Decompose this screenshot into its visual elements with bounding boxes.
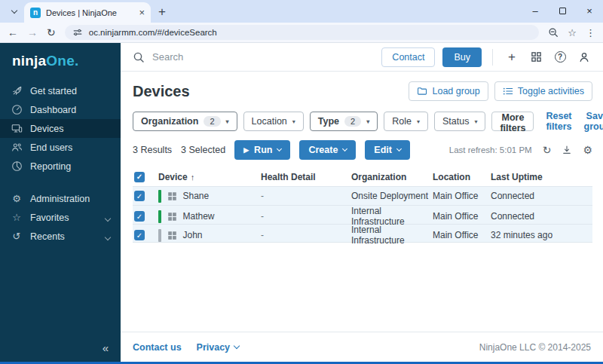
row-checkbox[interactable]: ✓ — [134, 211, 145, 222]
contact-button[interactable]: Contact — [381, 47, 435, 67]
account-icon[interactable] — [576, 51, 592, 63]
window-close-button[interactable]: × — [576, 0, 603, 21]
chevron-down-icon: ▾ — [474, 118, 477, 125]
load-group-button[interactable]: Load group — [409, 81, 488, 101]
header-divider — [492, 49, 493, 66]
contact-us-link[interactable]: Contact us — [133, 342, 182, 353]
edit-button[interactable]: Edit — [365, 140, 410, 160]
privacy-link[interactable]: Privacy — [197, 342, 239, 353]
new-tab-button[interactable]: + — [158, 5, 166, 20]
list-icon — [503, 86, 513, 96]
save-group-link[interactable]: Save group — [584, 111, 603, 132]
sidebar-item-dashboard[interactable]: Dashboard — [0, 100, 121, 119]
table-row[interactable]: ✓ Mathew - Internal Infrastructure Main … — [133, 205, 592, 224]
sidebar-item-label: Reporting — [30, 161, 71, 172]
sidebar-item-devices[interactable]: Devices — [0, 119, 121, 138]
tab-search-button[interactable] — [5, 2, 24, 21]
windows-icon — [167, 212, 177, 222]
search-icon — [133, 51, 145, 63]
column-header-device[interactable]: Device ↑ — [158, 172, 261, 182]
filter-type[interactable]: Type 2 ▾ — [310, 112, 378, 131]
sidebar-item-recents[interactable]: ↺ Recents — [0, 227, 121, 246]
filter-organization[interactable]: Organization 2 ▾ — [133, 112, 237, 131]
chevron-down-icon: ▾ — [226, 118, 229, 125]
sidebar-item-label: End users — [30, 142, 72, 153]
table-row[interactable]: ✓ John - Internal Infrastructure Main Of… — [133, 224, 592, 243]
tab-title: Devices | NinjaOne — [46, 8, 133, 17]
download-icon[interactable] — [562, 145, 572, 155]
windows-icon — [167, 231, 177, 240]
apps-grid-icon[interactable] — [528, 51, 544, 63]
ninjaone-favicon-icon: n — [30, 8, 41, 18]
page-title: Devices — [133, 83, 190, 100]
sidebar-collapse-button[interactable]: « — [0, 335, 121, 362]
reload-button[interactable]: ↻ — [47, 27, 56, 38]
column-header-last-uptime[interactable]: Last Uptime — [491, 172, 592, 182]
sidebar-item-administration[interactable]: ⚙ Administration — [0, 189, 121, 208]
forward-button[interactable]: → — [27, 27, 38, 38]
browser-tab[interactable]: n Devices | NinjaOne × — [24, 2, 151, 23]
tab-close-icon[interactable]: × — [139, 8, 145, 17]
history-icon: ↺ — [11, 231, 23, 241]
global-search-input[interactable] — [152, 51, 374, 63]
last-uptime-cell: Connected — [491, 191, 592, 201]
window-maximize-button[interactable] — [549, 0, 576, 21]
filter-count-badge: 2 — [204, 116, 220, 127]
device-name[interactable]: Mathew — [183, 211, 215, 222]
filter-role[interactable]: Role ▾ — [384, 112, 428, 131]
chevron-down-icon: ▾ — [292, 118, 295, 125]
last-refresh-text: Last refresh: 5:01 PM — [449, 145, 532, 154]
table-row[interactable]: ✓ Shane - Onsite Deployment Main Office … — [133, 186, 592, 205]
row-checkbox[interactable]: ✓ — [134, 191, 145, 201]
sidebar-item-reporting[interactable]: Reporting — [0, 157, 121, 176]
toggle-activities-button[interactable]: Toggle activities — [494, 81, 592, 101]
device-name[interactable]: Shane — [183, 191, 210, 201]
sidebar-item-label: Administration — [30, 194, 90, 204]
device-name[interactable]: John — [183, 230, 203, 240]
refresh-icon[interactable]: ↻ — [543, 145, 552, 155]
main-area: Contact Buy + ? Devices Load group Toggl… — [121, 43, 603, 362]
sidebar-item-get-started[interactable]: Get started — [0, 81, 121, 100]
more-filters-button[interactable]: More filters — [491, 112, 534, 131]
browser-menu-icon[interactable]: ⋮ — [586, 28, 595, 38]
last-uptime-cell: Connected — [491, 211, 592, 222]
health-detail-cell: - — [261, 211, 351, 222]
sidebar-item-label: Devices — [30, 124, 63, 134]
select-all-checkbox[interactable]: ✓ — [134, 172, 145, 182]
help-icon[interactable]: ? — [552, 51, 568, 63]
add-icon[interactable]: + — [504, 50, 520, 63]
chevron-down-icon — [234, 343, 240, 349]
column-header-organization[interactable]: Organization — [351, 172, 433, 182]
organization-cell: Internal Infrastructure — [351, 206, 433, 227]
column-header-health-detail[interactable]: Health Detail — [261, 172, 351, 182]
window-controls: – × — [522, 0, 603, 21]
run-button[interactable]: ▶ Run — [234, 140, 290, 160]
table-settings-gear-icon[interactable]: ⚙ — [583, 145, 592, 155]
window-minimize-button[interactable]: – — [522, 0, 549, 21]
sidebar-item-label: Get started — [30, 86, 77, 96]
row-checkbox[interactable]: ✓ — [134, 230, 145, 240]
health-detail-cell: - — [261, 191, 351, 201]
sidebar: ninjaOne. Get started Dashboard Devices … — [0, 43, 121, 362]
sidebar-item-favorites[interactable]: ☆ Favorites — [0, 208, 121, 227]
back-button[interactable]: ← — [8, 27, 18, 38]
address-bar[interactable]: oc.ninjarmm.com/#/deviceSearch — [65, 25, 540, 40]
selected-count: 3 Selected — [181, 145, 225, 155]
filter-location[interactable]: Location ▾ — [243, 112, 304, 131]
page-content: Devices Load group Toggle activities Org… — [121, 72, 603, 332]
reset-filters-link[interactable]: Reset filters — [546, 111, 571, 132]
sidebar-item-end-users[interactable]: End users — [0, 138, 121, 157]
sidebar-nav: Get started Dashboard Devices End users … — [0, 81, 121, 246]
buy-button[interactable]: Buy — [442, 47, 482, 67]
bookmark-star-icon[interactable]: ☆ — [568, 28, 577, 38]
play-icon: ▶ — [243, 146, 249, 154]
actions-bar: 3 Results 3 Selected ▶ Run Create Edit L… — [133, 140, 592, 160]
filter-status[interactable]: Status ▾ — [434, 112, 485, 131]
column-header-location[interactable]: Location — [433, 172, 491, 182]
create-button[interactable]: Create — [299, 140, 356, 160]
page-footer: Contact us Privacy NinjaOne LLC © 2014-2… — [121, 332, 603, 362]
sort-ascending-icon: ↑ — [191, 173, 195, 182]
location-cell: Main Office — [433, 211, 491, 222]
zoom-icon[interactable] — [548, 27, 559, 38]
page-header: Devices Load group Toggle activities — [133, 81, 592, 101]
